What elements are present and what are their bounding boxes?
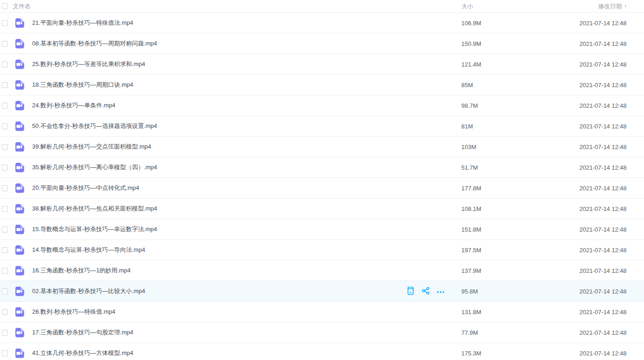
file-row[interactable]: 16.三角函数-秒杀技巧—1的妙用.mp4 xyxy=(0,260,644,281)
row-checkbox[interactable] xyxy=(2,103,8,109)
file-date: 2021-07-14 12:48 xyxy=(526,20,644,27)
row-checkbox[interactable] xyxy=(2,268,8,274)
video-file-icon xyxy=(14,307,24,317)
file-name[interactable]: 35.解析几何-秒杀技巧—离心率模型（四）.mp4 xyxy=(32,163,406,172)
file-name[interactable]: 15.导数概念与运算-秒杀技巧—幸运数字法.mp4 xyxy=(32,225,406,233)
file-row[interactable]: 02.基本初等函数-秒杀技巧—比较大小.mp4 xyxy=(0,281,644,302)
file-name[interactable]: 02.基本初等函数-秒杀技巧—比较大小.mp4 xyxy=(32,287,406,295)
video-file-icon xyxy=(14,142,24,152)
file-date: 2021-07-14 12:48 xyxy=(526,247,644,254)
file-date: 2021-07-14 12:48 xyxy=(526,82,644,89)
file-size: 108.1M xyxy=(457,205,526,212)
video-file-icon xyxy=(14,100,24,111)
file-date: 2021-07-14 12:48 xyxy=(526,288,644,295)
column-header-filename[interactable]: 文件名 xyxy=(13,2,31,11)
file-row[interactable]: 18.三角函数-秒杀技巧—周期口诀.mp4 xyxy=(0,75,644,95)
video-file-icon xyxy=(14,204,24,214)
file-date: 2021-07-14 12:48 xyxy=(526,102,644,109)
video-file-icon xyxy=(14,80,24,90)
video-file-icon xyxy=(14,162,24,172)
file-date: 2021-07-14 12:48 xyxy=(526,309,644,316)
file-name[interactable]: 08.基本初等函数-秒杀技巧—周期对称问题.mp4 xyxy=(32,39,406,48)
row-checkbox[interactable] xyxy=(2,123,8,129)
file-name[interactable]: 21.平面向量-秒杀技巧—特殊值法.mp4 xyxy=(32,19,406,27)
file-date: 2021-07-14 12:48 xyxy=(526,40,644,47)
file-row[interactable]: 24.数列-秒杀技巧—单条件.mp4 xyxy=(0,95,644,116)
video-file-icon xyxy=(14,18,24,28)
file-date: 2021-07-14 12:48 xyxy=(526,164,644,171)
share-button[interactable] xyxy=(421,287,430,295)
file-row[interactable]: 21.平面向量-秒杀技巧—特殊值法.mp4 xyxy=(0,13,644,33)
file-size: 151.8M xyxy=(457,226,526,233)
file-name[interactable]: 25.数列-秒杀技巧—等差等比乘积求和.mp4 xyxy=(32,60,406,68)
row-checkbox[interactable] xyxy=(2,41,8,47)
file-name[interactable]: 38.解析几何-秒杀技巧—焦点相关面积模型.mp4 xyxy=(32,205,406,213)
file-list: 21.平面向量-秒杀技巧—特殊值法.mp4 xyxy=(0,13,644,360)
video-file-icon xyxy=(14,286,24,296)
column-header-date-label: 修改日期 xyxy=(598,3,622,10)
file-name[interactable]: 16.三角函数-秒杀技巧—1的妙用.mp4 xyxy=(32,266,406,275)
file-size: 137.9M xyxy=(457,267,526,274)
file-row[interactable]: 39.解析几何-秒杀技巧—交点弦面积模型.mp4 xyxy=(0,137,644,157)
row-checkbox[interactable] xyxy=(2,82,8,88)
file-size: 175.3M xyxy=(457,350,526,357)
row-checkbox[interactable] xyxy=(2,227,8,233)
file-row[interactable]: 41.立体几何-秒杀技巧—方体模型.mp4 xyxy=(0,343,644,360)
file-row[interactable]: 50.不会也拿分-秒杀技巧—选择题选项设置.mp4 xyxy=(0,116,644,137)
file-name[interactable]: 24.数列-秒杀技巧—单条件.mp4 xyxy=(32,101,406,110)
file-row[interactable]: 17.三角函数-秒杀技巧—勾股定理.mp4 xyxy=(0,322,644,343)
row-actions xyxy=(406,287,452,295)
file-date: 2021-07-14 12:48 xyxy=(526,185,644,192)
row-checkbox[interactable] xyxy=(2,350,8,356)
file-size: 150.9M xyxy=(457,40,526,47)
more-button[interactable] xyxy=(437,287,445,295)
row-checkbox[interactable] xyxy=(2,309,8,315)
column-header-size[interactable]: 大小 xyxy=(457,2,526,11)
file-row[interactable]: 20.平面向量-秒杀技巧—中点转化式.mp4 xyxy=(0,178,644,199)
file-name[interactable]: 50.不会也拿分-秒杀技巧—选择题选项设置.mp4 xyxy=(32,122,406,130)
row-checkbox[interactable] xyxy=(2,185,8,191)
file-row[interactable]: 35.解析几何-秒杀技巧—离心率模型（四）.mp4 xyxy=(0,157,644,178)
file-size: 77.9M xyxy=(457,329,526,336)
row-checkbox[interactable] xyxy=(2,165,8,171)
file-date: 2021-07-14 12:48 xyxy=(526,144,644,150)
file-row[interactable]: 08.基本初等函数-秒杀技巧—周期对称问题.mp4 xyxy=(0,33,644,54)
file-size: 98.7M xyxy=(457,102,526,109)
row-checkbox[interactable] xyxy=(2,61,8,67)
row-checkbox[interactable] xyxy=(2,144,8,150)
file-name[interactable]: 18.三角函数-秒杀技巧—周期口诀.mp4 xyxy=(32,81,406,89)
file-row[interactable]: 15.导数概念与运算-秒杀技巧—幸运数字法.mp4 xyxy=(0,219,644,240)
column-header-date[interactable]: 修改日期↑ xyxy=(526,2,644,11)
file-row[interactable]: 25.数列-秒杀技巧—等差等比乘积求和.mp4 xyxy=(0,54,644,75)
video-file-icon xyxy=(14,245,24,255)
video-file-icon xyxy=(14,39,24,49)
file-size: 197.5M xyxy=(457,247,526,254)
send-to-device-button[interactable] xyxy=(406,287,414,295)
list-header: 文件名 大小 修改日期↑ xyxy=(0,0,644,13)
file-name[interactable]: 26.数列-秒杀技巧—特殊值.mp4 xyxy=(32,308,406,316)
file-row[interactable]: 26.数列-秒杀技巧—特殊值.mp4 xyxy=(0,302,644,322)
video-file-icon xyxy=(14,121,24,131)
file-size: 177.8M xyxy=(457,185,526,192)
file-name[interactable]: 20.平面向量-秒杀技巧—中点转化式.mp4 xyxy=(32,184,406,192)
select-all-checkbox[interactable] xyxy=(2,3,8,9)
video-file-icon xyxy=(14,183,24,193)
file-row[interactable]: 38.解析几何-秒杀技巧—焦点相关面积模型.mp4 xyxy=(0,199,644,219)
file-name[interactable]: 39.解析几何-秒杀技巧—交点弦面积模型.mp4 xyxy=(32,143,406,151)
video-file-icon xyxy=(14,327,24,338)
file-name[interactable]: 17.三角函数-秒杀技巧—勾股定理.mp4 xyxy=(32,328,406,337)
file-row[interactable]: 14.导数概念与运算-秒杀技巧—导向法.mp4 xyxy=(0,240,644,260)
row-checkbox[interactable] xyxy=(2,206,8,212)
file-name[interactable]: 41.立体几何-秒杀技巧—方体模型.mp4 xyxy=(32,349,406,357)
video-file-icon xyxy=(14,224,24,234)
row-checkbox[interactable] xyxy=(2,288,8,294)
file-size: 103M xyxy=(457,144,526,150)
file-size: 51.7M xyxy=(457,164,526,171)
file-size: 95.8M xyxy=(457,288,526,295)
row-checkbox[interactable] xyxy=(2,247,8,253)
file-size: 85M xyxy=(457,82,526,89)
row-checkbox[interactable] xyxy=(2,20,8,26)
row-checkbox[interactable] xyxy=(2,330,8,336)
file-name[interactable]: 14.导数概念与运算-秒杀技巧—导向法.mp4 xyxy=(32,246,406,254)
file-date: 2021-07-14 12:48 xyxy=(526,329,644,336)
